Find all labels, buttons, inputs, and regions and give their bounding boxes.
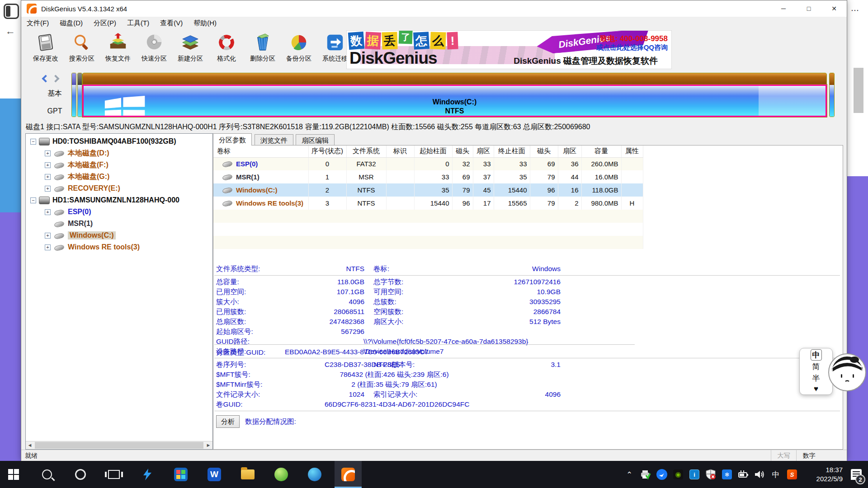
tree-item-hd1[interactable]: − HD1:SAMSUNGMZNLN128HAHQ-000 <box>26 194 212 206</box>
ime-mascot-avatar[interactable] <box>828 353 866 391</box>
detail-row: 卷GUID:66D9C7F6-8231-4D34-AD67-201D26DC94… <box>213 399 843 409</box>
menu-partition[interactable]: 分区(P) <box>88 18 122 28</box>
disk-graphic-panel: 基本 GPT <box>21 69 847 121</box>
tree-horizontal-scrollbar[interactable]: ◄ ► <box>26 441 212 449</box>
prev-disk-arrow-icon[interactable] <box>42 75 50 83</box>
taskbar-app-spark[interactable] <box>134 461 161 488</box>
partition-bar-windows-re[interactable] <box>829 73 835 117</box>
table-row-windows-c-selected[interactable]: Windows(C:) 2NTFS 35 7945 1544096 16118.… <box>213 183 643 197</box>
menu-tools[interactable]: 工具(T) <box>122 18 155 28</box>
tab-sector-edit[interactable]: 扇区编辑 <box>296 134 335 145</box>
quick-partition-button[interactable]: 快速分区 <box>136 30 172 68</box>
tray-dingtalk-icon[interactable] <box>654 461 670 488</box>
partition-icon <box>54 233 65 239</box>
expand-box-icon[interactable]: + <box>45 150 51 156</box>
analyze-button[interactable]: 分析 <box>216 415 240 428</box>
detail-row: 起始扇区号:567296 <box>213 327 843 337</box>
taskbar-file-explorer[interactable] <box>234 461 261 488</box>
format-button[interactable]: 格式化 <box>208 30 245 68</box>
backup-partition-button[interactable]: 备份分区 <box>281 30 317 68</box>
menu-help[interactable]: 帮助(H) <box>188 18 222 28</box>
expand-box-icon[interactable]: + <box>45 233 51 239</box>
tree-item-recovery-e[interactable]: + RECOVERY(E:) <box>26 183 212 194</box>
tree-item-windows-re[interactable]: + Windows RE tools(3) <box>26 241 212 253</box>
expand-box-icon[interactable]: + <box>45 209 51 215</box>
scrollbar-thumb[interactable] <box>35 442 203 449</box>
taskbar-app-word[interactable]: W <box>201 461 228 488</box>
search-partition-button[interactable]: 搜索分区 <box>64 30 100 68</box>
cortana-button[interactable] <box>67 461 94 488</box>
taskbar-app-browser-green[interactable] <box>268 461 295 488</box>
recover-files-button[interactable]: 恢复文件 <box>100 30 136 68</box>
tray-expand-chevron-icon[interactable]: ⌃ <box>621 461 637 488</box>
expand-box-icon[interactable]: + <box>45 186 51 192</box>
tray-nvidia-icon[interactable]: ◉ <box>670 461 686 488</box>
banner-ad[interactable]: 数 据 丢 了 怎 么 ! DiskGenius DiskGenius 致电: … <box>346 30 672 69</box>
menu-file[interactable]: 文件(F) <box>21 18 54 28</box>
ime-halfwidth[interactable]: 半 <box>812 373 820 384</box>
table-row-msr[interactable]: MSR(1) 1MSR 33 6937 3579 4416.0MB <box>213 170 643 183</box>
system-tray: ⌃ ◉ i ❄ <box>621 461 865 488</box>
tray-printer-icon[interactable] <box>637 461 654 488</box>
next-disk-arrow-icon[interactable] <box>52 75 60 83</box>
ime-toolbar[interactable]: 中 简 半 ♥ <box>799 348 833 395</box>
collapse-box-icon[interactable]: − <box>30 139 36 145</box>
taskbar-app-diskgenius-active[interactable] <box>335 461 362 488</box>
action-center-button[interactable]: 2 <box>847 461 865 488</box>
menu-view[interactable]: 查看(V) <box>155 18 188 28</box>
task-view-button[interactable] <box>100 461 127 488</box>
partition-bar-msr[interactable] <box>77 73 82 117</box>
clock-date: 2022/5/9 <box>803 474 843 483</box>
tree-item-hd0[interactable]: − HD0:TOSHIBAMQ04ABF100(932GB) <box>26 136 212 147</box>
tree-item-msr[interactable]: + MSR(1) <box>26 218 212 230</box>
tree-item-local-d[interactable]: + 本地磁盘(D:) <box>26 147 212 159</box>
taskbar-search-button[interactable] <box>33 461 61 488</box>
system-migrate-icon <box>325 32 345 53</box>
table-row-esp[interactable]: ESP(0) 0FAT32 0 3233 3369 36260.0MB <box>213 157 643 170</box>
detail-row: 总扇区数:247482368 扇区大小:512 Bytes <box>213 317 843 327</box>
taskbar-clock[interactable]: 18:37 2022/5/9 <box>803 465 843 483</box>
ime-mode-chinese[interactable]: 中 <box>811 349 822 361</box>
minimize-button[interactable]: ─ <box>771 0 796 17</box>
tab-partition-params[interactable]: 分区参数 <box>213 133 252 145</box>
tab-browse-files[interactable]: 浏览文件 <box>255 134 293 145</box>
save-changes-button[interactable]: 保存更改 <box>28 30 64 68</box>
start-button[interactable] <box>0 461 27 488</box>
tray-battery-icon[interactable] <box>735 461 751 488</box>
partition-bar-esp[interactable] <box>71 73 76 117</box>
scroll-left-arrow-icon[interactable]: ◄ <box>26 441 34 449</box>
maximize-button[interactable]: □ <box>796 0 821 17</box>
banner-qq-link[interactable]: 或点击此处选择QQ咨询 <box>596 43 668 52</box>
tree-item-windows-c[interactable]: + Windows(C:) <box>26 230 212 241</box>
partition-icon <box>54 221 65 228</box>
tray-snowflake-icon[interactable]: ❄ <box>719 461 735 488</box>
tray-security-shield-icon[interactable] <box>703 461 719 488</box>
tray-intel-graphics-icon[interactable]: i <box>686 461 703 488</box>
table-row-empty <box>213 236 643 249</box>
detail-row: 簇大小:4096 总簇数:30935295 <box>213 297 843 307</box>
partition-bar-windows-c[interactable]: Windows(C:) NTFS 118.0GB <box>82 73 827 117</box>
tray-volume-icon[interactable] <box>751 461 768 488</box>
desktop-left-strip: ← <box>0 0 21 461</box>
taskbar-app-edge[interactable] <box>301 461 328 488</box>
tray-ime-indicator[interactable]: 中 <box>768 461 784 488</box>
heart-icon[interactable]: ♥ <box>814 385 818 394</box>
tree-item-esp[interactable]: + ESP(0) <box>26 206 212 218</box>
desktop-right-strip: ⋯ <box>847 0 868 461</box>
taskbar-app-store[interactable] <box>167 461 194 488</box>
tree-item-local-g[interactable]: + 本地磁盘(G:) <box>26 171 212 183</box>
table-row-windows-re[interactable]: Windows RE tools(3) 3NTFS 15440 9617 155… <box>213 197 643 210</box>
tree-item-local-f[interactable]: + 本地磁盘(F:) <box>26 159 212 171</box>
collapse-box-icon[interactable]: − <box>30 197 36 203</box>
new-partition-button[interactable]: 新建分区 <box>172 30 208 68</box>
tray-sogou-icon[interactable]: S <box>784 461 800 488</box>
expand-box-icon[interactable]: + <box>45 162 51 168</box>
delete-partition-button[interactable]: 删除分区 <box>245 30 281 68</box>
scroll-right-arrow-icon[interactable]: ► <box>204 441 212 449</box>
close-button[interactable]: ✕ <box>821 0 847 17</box>
ime-simplified[interactable]: 简 <box>812 361 820 372</box>
expand-box-icon[interactable]: + <box>45 244 51 250</box>
menu-disk[interactable]: 磁盘(D) <box>54 18 88 28</box>
delete-partition-icon <box>252 32 273 53</box>
expand-box-icon[interactable]: + <box>45 174 51 180</box>
